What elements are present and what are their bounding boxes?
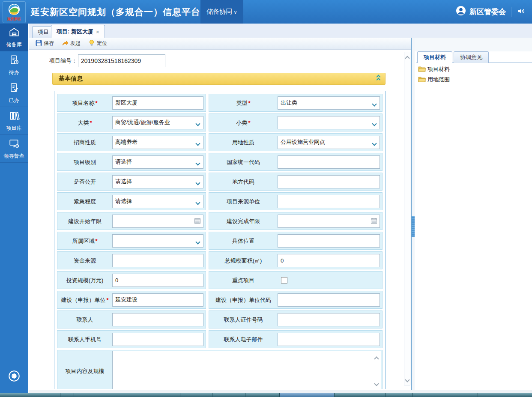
field-area: 0: [278, 252, 382, 269]
input-field[interactable]: [278, 234, 380, 248]
app-logo: 延安新区: [3, 1, 26, 23]
sidebar-item-reserve-library[interactable]: 储备库: [0, 24, 28, 51]
field-area: [278, 193, 382, 210]
project-number-label: 项目编号：: [49, 57, 77, 65]
field-area: 出让类: [278, 94, 382, 111]
field-value: 公用设施营业网点: [281, 138, 325, 146]
form-cell: 建设（申报）单位*延安建设: [57, 291, 206, 309]
input-field[interactable]: [112, 254, 203, 267]
select-field[interactable]: 商贸/流通/旅游/服务业: [112, 116, 203, 129]
form-cell: 具体位置: [209, 232, 383, 250]
sidebar-item-label: 项目库: [6, 125, 22, 132]
tab-project-materials[interactable]: 项目材料: [417, 51, 452, 63]
close-icon[interactable]: ×: [96, 29, 99, 35]
sidebar-item-done[interactable]: 已办: [0, 79, 28, 107]
form-cell: 地方代码: [209, 173, 383, 191]
field-value: 请选择: [115, 178, 132, 185]
select-field[interactable]: 公用设施营业网点: [278, 136, 380, 149]
input-field[interactable]: [278, 175, 380, 188]
field-area: [112, 212, 206, 230]
input-field[interactable]: 0: [112, 274, 203, 287]
input-field[interactable]: [278, 333, 380, 346]
basic-info-panel: 项目名称*新区大厦类型*出让类大类*商贸/流通/旅游/服务业小类*招商性质高端养…: [54, 91, 386, 389]
input-field[interactable]: [278, 195, 380, 208]
calendar-icon[interactable]: [371, 218, 377, 225]
sidebar-item-project-library[interactable]: 项目库: [0, 107, 28, 135]
date-field[interactable]: [112, 215, 203, 228]
field-label: 国家统一代码: [209, 153, 278, 170]
collapse-section-button[interactable]: [377, 75, 380, 81]
select-field[interactable]: 出让类: [278, 96, 380, 110]
field-value: 出让类: [281, 99, 297, 107]
select-field[interactable]: 高端养老: [112, 136, 203, 149]
field-area: 0: [112, 272, 206, 289]
date-field[interactable]: [278, 215, 380, 228]
select-field[interactable]: [278, 116, 380, 129]
scroll-up-icon[interactable]: [375, 355, 378, 362]
field-area: [278, 173, 382, 190]
avatar: [456, 6, 466, 18]
form-cell: 建设（申报）单位代码: [209, 291, 383, 309]
select-field[interactable]: 请选择: [112, 195, 203, 208]
form-scroll-area: 项目编号： 201903281518162309 基本信息 项目名称*新区大厦类…: [29, 49, 404, 389]
form-row: 联系人手机号联系人电子邮件: [57, 330, 383, 348]
select-field[interactable]: [112, 234, 203, 248]
input-field[interactable]: [112, 333, 203, 346]
field-area: 请选择: [112, 153, 206, 170]
locate-button[interactable]: 定位: [88, 39, 107, 48]
dropdown-arrow-icon: [196, 179, 200, 186]
project-number-field[interactable]: 201903281518162309: [78, 54, 165, 67]
field-label: 联系人手机号: [57, 331, 112, 348]
scroll-down-icon[interactable]: [375, 379, 378, 387]
field-area: 高端养老: [112, 134, 206, 151]
form-row: 所属区域*具体位置: [57, 232, 383, 250]
form-row: 项目级别请选择国家统一代码: [57, 153, 383, 171]
form-pane: 保存 发起: [29, 38, 411, 390]
nav-item-reserve-collaboration[interactable]: 储备协同 ∨: [200, 0, 243, 24]
input-field[interactable]: 0: [278, 254, 380, 267]
field-label: 所属区域*: [57, 232, 112, 249]
launch-button[interactable]: 发起: [62, 39, 81, 48]
input-field[interactable]: [278, 155, 380, 169]
select-field[interactable]: 请选择: [112, 155, 203, 169]
sidebar-collapse-button[interactable]: [0, 369, 28, 385]
field-area: [112, 311, 206, 328]
dropdown-arrow-icon: [196, 120, 200, 127]
tree-item-project-materials[interactable]: 项目材料: [418, 65, 530, 74]
sidebar-item-leader-supervision[interactable]: 领导督查: [0, 135, 28, 163]
field-area: 新区大厦: [112, 94, 206, 111]
sidebar-item-todo[interactable]: 待办: [0, 51, 28, 79]
save-button[interactable]: 保存: [36, 40, 54, 48]
scroll-down-icon[interactable]: [406, 376, 409, 383]
form-cell: 大类*商贸/流通/旅游/服务业: [57, 113, 206, 131]
taskbar-active-segment: [279, 393, 334, 397]
tab-coordination-opinions[interactable]: 协调意见: [454, 51, 489, 63]
input-field[interactable]: [112, 313, 203, 326]
launch-button-label: 发起: [70, 40, 81, 47]
dropdown-arrow-icon: [196, 199, 200, 206]
field-area: [112, 331, 206, 348]
form-row: 紧急程度请选择项目来源单位: [57, 192, 383, 210]
field-area: [278, 272, 382, 289]
user-menu[interactable]: 新区管委会: [456, 6, 506, 18]
textarea-field[interactable]: [112, 351, 381, 389]
logo-emblem-icon: [8, 3, 20, 17]
dropdown-arrow-icon: [196, 160, 200, 166]
input-field[interactable]: [278, 313, 380, 326]
select-field[interactable]: 请选择: [112, 175, 203, 188]
field-value: 高端养老: [115, 138, 137, 146]
scroll-up-icon[interactable]: [406, 54, 409, 62]
field-label: 建设（申报）单位代码: [209, 291, 278, 308]
field-value: 请选择: [115, 197, 132, 205]
checkbox[interactable]: [281, 277, 287, 284]
speaker-icon[interactable]: [517, 6, 526, 18]
input-field[interactable]: 新区大厦: [112, 96, 203, 110]
calendar-icon[interactable]: [194, 218, 200, 225]
form-vertical-scrollbar[interactable]: [404, 52, 410, 385]
tab-project-xinqu-building[interactable]: 项目: 新区大厦 ×: [51, 25, 105, 38]
form-cell: 用地性质公用设施营业网点: [209, 133, 383, 151]
input-field[interactable]: [278, 293, 380, 307]
tree-item-land-scope[interactable]: 用地范围: [418, 75, 530, 84]
field-value: 0: [281, 257, 284, 264]
input-field[interactable]: 延安建设: [112, 293, 203, 307]
